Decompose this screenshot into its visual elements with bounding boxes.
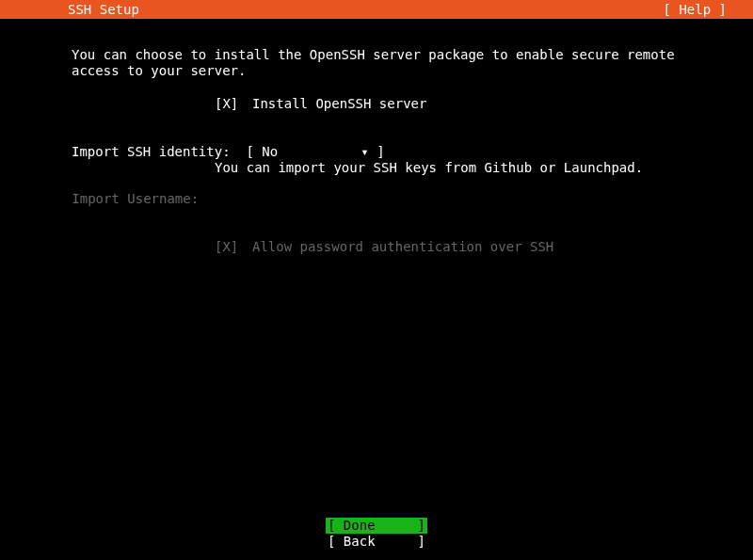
- import-identity-hint-row: You can import your SSH keys from Github…: [72, 160, 681, 176]
- install-openssh-checkbox[interactable]: [X]: [215, 96, 252, 112]
- header-bar: SSH Setup [ Help ]: [0, 0, 753, 19]
- help-button[interactable]: [ Help ]: [664, 2, 727, 17]
- import-identity-row: Import SSH identity: [ No▾ ]: [72, 144, 681, 160]
- install-openssh-row: [X] Install OpenSSH server: [72, 96, 681, 112]
- intro-text: You can choose to install the OpenSSH se…: [72, 47, 681, 79]
- footer: [ Done ] [ Back ]: [0, 518, 753, 550]
- import-identity-hint: You can import your SSH keys from Github…: [215, 160, 681, 176]
- import-username-label: Import Username:: [72, 191, 215, 207]
- import-identity-dropdown[interactable]: [ No▾ ]: [246, 144, 384, 160]
- allow-password-label: Allow password authentication over SSH: [252, 239, 681, 255]
- import-username-row: Import Username:: [72, 191, 681, 207]
- content-area: You can choose to install the OpenSSH se…: [0, 19, 753, 255]
- done-button[interactable]: [ Done ]: [326, 518, 427, 534]
- install-openssh-label: Install OpenSSH server: [252, 96, 681, 112]
- back-button[interactable]: [ Back ]: [326, 534, 427, 550]
- import-identity-label: Import SSH identity:: [72, 144, 246, 160]
- allow-password-checkbox[interactable]: [X]: [215, 239, 252, 255]
- allow-password-row: [X] Allow password authentication over S…: [72, 239, 681, 255]
- page-title: SSH Setup: [68, 2, 139, 17]
